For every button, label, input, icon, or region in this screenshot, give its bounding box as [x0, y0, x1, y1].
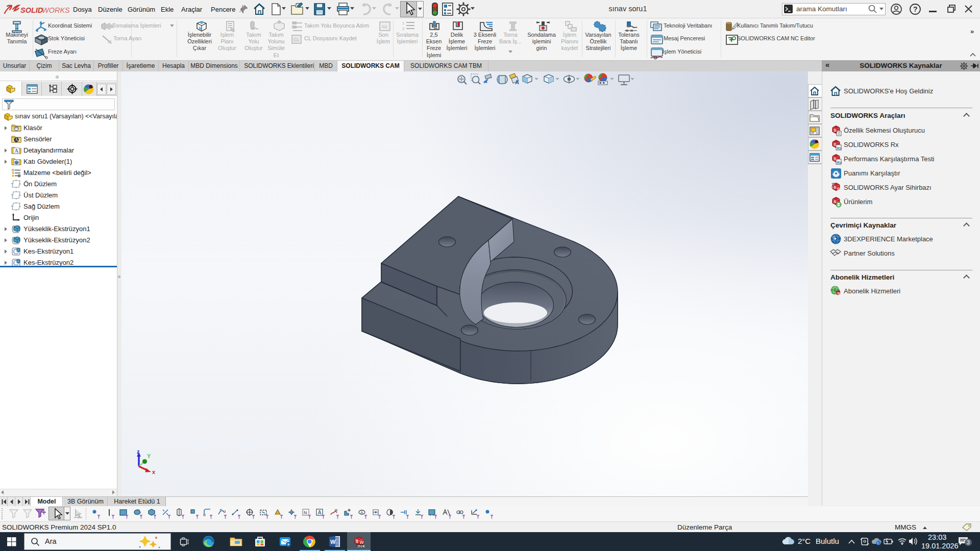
svg-text:Rx: Rx [837, 146, 842, 151]
svg-text:A: A [15, 148, 19, 154]
svg-text:x: x [152, 469, 156, 475]
svg-text:SOLID: SOLID [20, 6, 43, 14]
svg-text:2024: 2024 [357, 544, 365, 548]
svg-text:CL: CL [293, 37, 300, 42]
svg-text:A: A [515, 79, 519, 85]
svg-text:z: z [137, 449, 140, 455]
svg-text:Y: Y [147, 453, 151, 459]
svg-text:SW: SW [837, 292, 842, 295]
svg-text:S: S [356, 539, 359, 544]
svg-text:2: 2 [402, 27, 405, 31]
svg-text:WORKS: WORKS [42, 6, 69, 14]
svg-text:Rx: Rx [837, 160, 842, 165]
svg-text:W: W [330, 539, 336, 545]
svg-text:G1: G1 [382, 24, 387, 29]
svg-text:?: ? [913, 5, 918, 13]
svg-text:1: 1 [402, 21, 405, 26]
svg-text:W: W [837, 186, 841, 191]
